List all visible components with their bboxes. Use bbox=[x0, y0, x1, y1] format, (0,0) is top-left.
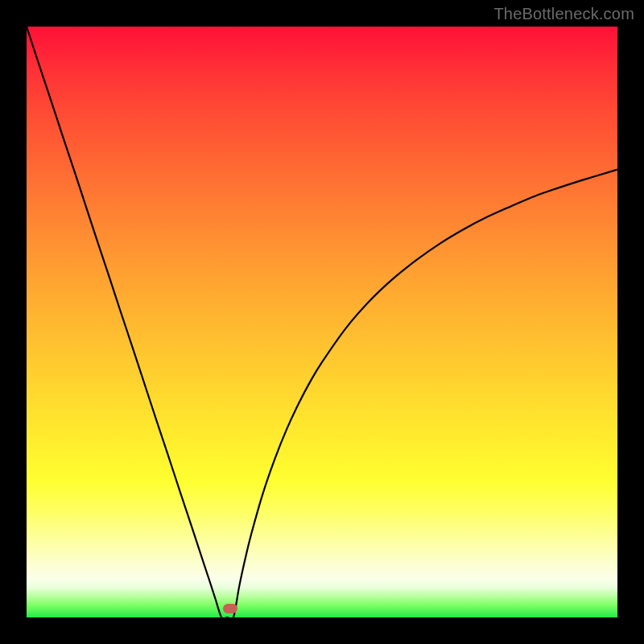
optimal-point-marker bbox=[223, 604, 237, 613]
bottleneck-curve bbox=[27, 27, 617, 617]
chart-frame: TheBottleneck.com bbox=[0, 0, 644, 644]
watermark-text: TheBottleneck.com bbox=[493, 5, 634, 23]
plot-area bbox=[27, 27, 617, 617]
